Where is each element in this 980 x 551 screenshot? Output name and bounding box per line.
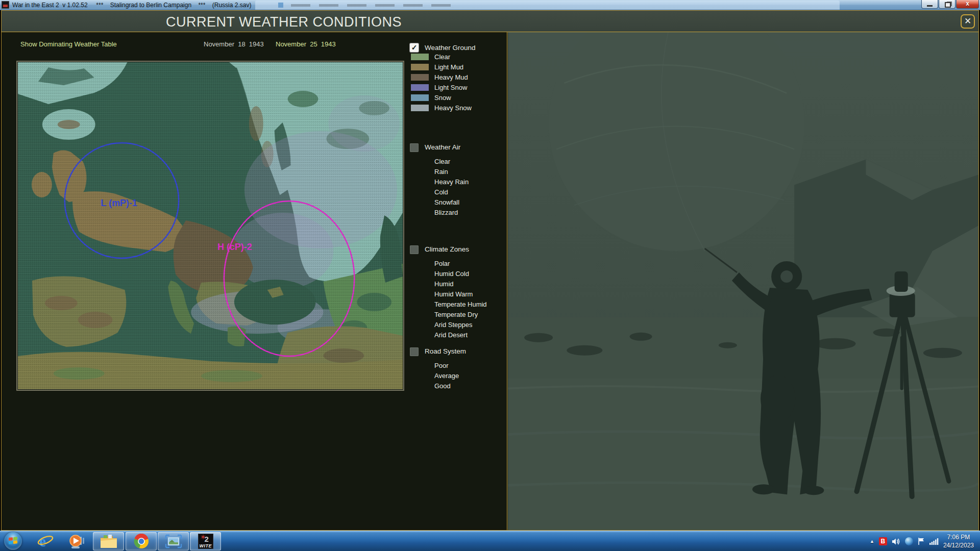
- dialog-title: CURRENT WEATHER CONDITIONS: [166, 14, 402, 30]
- photo-viewer-icon: [165, 534, 182, 548]
- legend-item: Rain: [410, 167, 507, 178]
- app-icon: [2, 1, 9, 9]
- legend-item: Clear: [410, 157, 507, 167]
- section-label: Road System: [425, 347, 466, 355]
- system-tray: ▲ B 7:06 PM 24/12/2023: [870, 531, 978, 551]
- legend-item: Arid Desert: [410, 331, 507, 341]
- media-player-icon[interactable]: [68, 533, 86, 550]
- svg-text:e: e: [39, 533, 46, 549]
- legend-weather-ground: ✓ Weather Ground Clear Light Mud Heavy M…: [410, 42, 507, 114]
- weather-map: L (mP)-1 H (cP)-2: [16, 61, 404, 391]
- weather-map-graphic: L (mP)-1 H (cP)-2: [18, 62, 403, 389]
- background-window: [255, 1, 840, 10]
- restore-button[interactable]: [939, 0, 955, 9]
- legend-item: Heavy Mud: [410, 73, 507, 83]
- legend-item: Temperate Humid: [410, 300, 507, 310]
- legend-item: Heavy Rain: [410, 178, 507, 188]
- weather-ground-checkbox[interactable]: ✓: [410, 43, 419, 52]
- color-swatch: [411, 64, 429, 70]
- clock-date: 24/12/2023: [943, 541, 974, 549]
- legend-climate-zones: Climate Zones Polar Humid Cold Humid Hum…: [410, 245, 507, 341]
- legend-item: Snowfall: [410, 198, 507, 208]
- legend-weather-air: Weather Air Clear Rain Heavy Rain Cold S…: [410, 143, 507, 218]
- wite2-taskbar-button[interactable]: ✶ 2 WITE: [190, 532, 221, 550]
- clock-time: 7:06 PM: [943, 533, 974, 541]
- chrome-icon: [134, 534, 149, 549]
- legend-item: Humid Cold: [410, 269, 507, 280]
- legend-item: Cold: [410, 188, 507, 198]
- legend-item: Humid Warm: [410, 290, 507, 300]
- section-label: Weather Ground: [425, 44, 476, 52]
- minimize-button[interactable]: [921, 0, 938, 9]
- date-previous-turn: November 18 1943: [204, 40, 264, 48]
- os-taskbar: e: [0, 531, 980, 551]
- antivirus-tray-icon[interactable]: B: [879, 537, 887, 545]
- legend-road-system: Road System Poor Average Good: [410, 347, 507, 392]
- action-center-flag-icon[interactable]: [918, 537, 925, 545]
- tray-app-icon[interactable]: [905, 537, 913, 545]
- color-swatch: [411, 54, 429, 60]
- legend-item: Clear: [410, 53, 507, 63]
- legend-item: Average: [410, 371, 507, 382]
- folder-icon: [100, 534, 118, 548]
- road-system-checkbox[interactable]: [410, 347, 419, 356]
- date-current-turn: November 25 1943: [276, 40, 336, 48]
- legend-item: Polar: [410, 259, 507, 269]
- weather-left-panel: Show Dominating Weather Table November 1…: [2, 32, 507, 530]
- wite2-icon: ✶ 2 WITE: [198, 534, 213, 549]
- legend-item: Heavy Snow: [410, 104, 507, 114]
- legend-item: Blizzard: [410, 208, 507, 218]
- dialog-close-button[interactable]: ✕: [961, 14, 975, 29]
- weather-air-checkbox[interactable]: [410, 143, 419, 152]
- color-swatch: [411, 74, 429, 81]
- taskbar-clock[interactable]: 7:06 PM 24/12/2023: [943, 533, 978, 549]
- color-swatch: [411, 84, 429, 91]
- weather-photo: [508, 32, 978, 530]
- high-pressure-label: H (cP)-2: [217, 242, 252, 252]
- color-swatch: [411, 105, 429, 111]
- show-hidden-icons-button[interactable]: ▲: [870, 539, 874, 544]
- section-label: Climate Zones: [425, 245, 469, 253]
- file-explorer-taskbar-button[interactable]: [93, 532, 124, 550]
- internet-explorer-icon[interactable]: e: [37, 533, 54, 550]
- low-pressure-label: L (mP)-1: [101, 198, 137, 208]
- climate-zones-checkbox[interactable]: [410, 245, 419, 254]
- legend-item: Temperate Dry: [410, 310, 507, 320]
- legend-item: Snow: [410, 93, 507, 104]
- start-button[interactable]: [4, 532, 22, 550]
- weather-dialog: CURRENT WEATHER CONDITIONS ✕ Show Domina…: [1, 10, 979, 531]
- legend-item: Arid Steppes: [410, 320, 507, 331]
- legend-item: Light Snow: [410, 83, 507, 93]
- windows-flag-icon: [9, 537, 18, 545]
- color-swatch: [411, 94, 429, 101]
- legend-item: Humid: [410, 280, 507, 290]
- dialog-header: CURRENT WEATHER CONDITIONS ✕: [2, 11, 978, 32]
- window-close-button[interactable]: [956, 0, 979, 9]
- legend-item: Good: [410, 382, 507, 392]
- chrome-taskbar-button[interactable]: [126, 532, 157, 550]
- volume-icon[interactable]: [892, 538, 900, 545]
- section-label: Weather Air: [425, 143, 460, 151]
- window-title: War in the East 2 v 1.02.52 *** Stalingr…: [12, 2, 251, 9]
- photo-viewer-taskbar-button[interactable]: [158, 532, 189, 550]
- legend-item: Poor: [410, 361, 507, 371]
- show-dominating-weather-table-button[interactable]: Show Dominating Weather Table: [20, 40, 117, 48]
- os-titlebar: War in the East 2 v 1.02.52 *** Stalingr…: [0, 0, 980, 10]
- network-signal-icon[interactable]: [929, 538, 939, 545]
- legend-item: Light Mud: [410, 63, 507, 73]
